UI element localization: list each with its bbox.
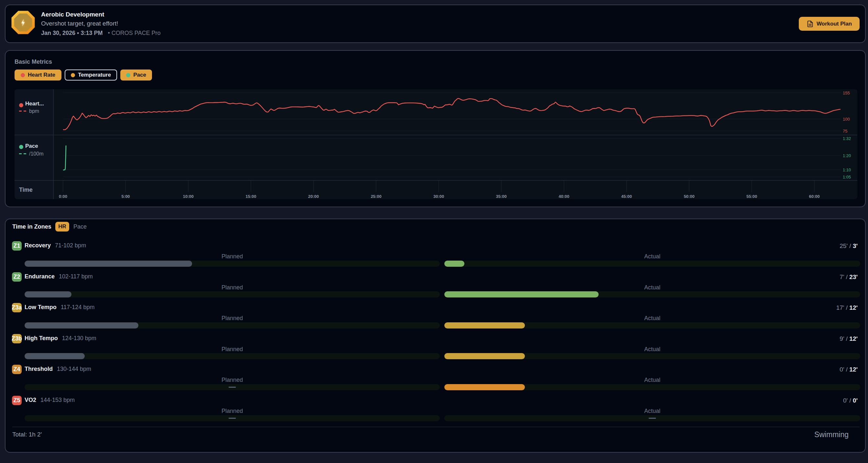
svg-text:45:00: 45:00 <box>621 194 632 199</box>
svg-text:15:00: 15:00 <box>245 194 256 199</box>
svg-text:5:00: 5:00 <box>122 194 130 199</box>
svg-text:1:20: 1:20 <box>843 153 851 158</box>
svg-text:25:00: 25:00 <box>371 194 381 199</box>
svg-text:55:00: 55:00 <box>746 194 757 199</box>
svg-text:40:00: 40:00 <box>559 194 569 199</box>
svg-text:155: 155 <box>843 91 850 95</box>
svg-text:75: 75 <box>843 129 847 133</box>
svg-text:50:00: 50:00 <box>684 194 694 199</box>
svg-text:60:00: 60:00 <box>809 194 820 199</box>
svg-text:10:00: 10:00 <box>183 194 194 199</box>
svg-text:1:05: 1:05 <box>843 175 851 180</box>
svg-text:1:10: 1:10 <box>843 167 851 172</box>
svg-text:1:32: 1:32 <box>843 136 851 141</box>
svg-text:0:00: 0:00 <box>59 194 67 199</box>
svg-text:30:00: 30:00 <box>433 194 444 199</box>
svg-text:35:00: 35:00 <box>496 194 507 199</box>
svg-text:100: 100 <box>843 117 850 122</box>
svg-text:20:00: 20:00 <box>308 194 319 199</box>
